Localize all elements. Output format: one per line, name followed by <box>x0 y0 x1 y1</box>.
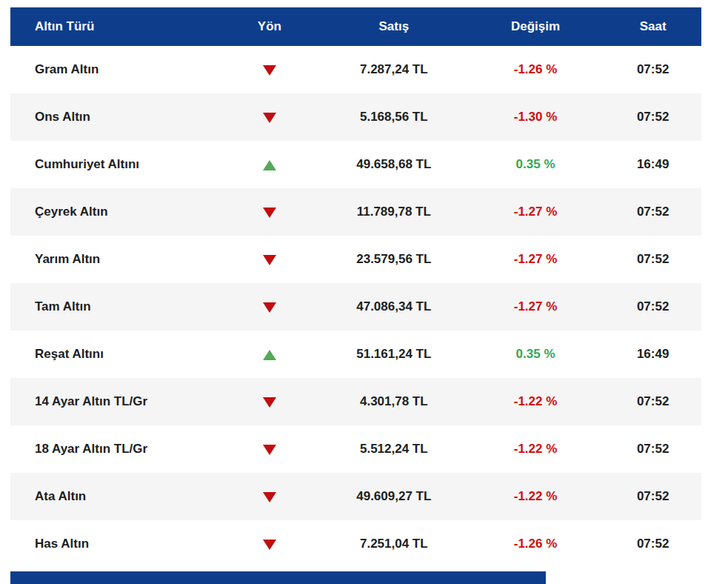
column-header-price: Satış <box>321 19 467 34</box>
down-triangle-icon <box>263 540 276 550</box>
change-cell: -1.22 % <box>467 489 605 504</box>
time-cell: 07:52 <box>604 252 701 267</box>
gold-type-cell: Has Altın <box>10 537 218 551</box>
price-cell: 7.251,04 TL <box>321 537 467 551</box>
change-cell: -1.27 % <box>467 299 605 314</box>
gold-type-cell: Yarım Altın <box>10 252 218 267</box>
down-triangle-icon <box>263 113 276 123</box>
direction-cell <box>218 442 321 457</box>
table-row: Yarım Altın 23.579,56 TL -1.27 % 07:52 <box>10 236 701 283</box>
price-cell: 49.658,68 TL <box>321 157 467 172</box>
gold-prices-table: Altın Türü Yön Satış Değişim Saat Gram A… <box>10 7 701 568</box>
direction-cell <box>218 394 321 409</box>
price-cell: 11.789,78 TL <box>321 205 467 219</box>
table-row: Has Altın 7.251,04 TL -1.26 % 07:52 <box>10 520 701 568</box>
down-triangle-icon <box>263 302 276 313</box>
direction-cell <box>218 299 321 314</box>
direction-cell <box>218 157 321 172</box>
price-cell: 47.086,34 TL <box>321 299 467 314</box>
time-cell: 07:52 <box>604 299 701 314</box>
table-row: Çeyrek Altın 11.789,78 TL -1.27 % 07:52 <box>10 188 701 236</box>
price-cell: 51.161,24 TL <box>321 347 467 362</box>
direction-cell <box>218 537 321 551</box>
direction-cell <box>218 489 321 504</box>
time-cell: 07:52 <box>604 394 701 409</box>
gold-type-cell: Çeyrek Altın <box>10 205 218 219</box>
time-cell: 07:52 <box>604 205 701 219</box>
gold-type-cell: Reşat Altını <box>10 347 218 362</box>
direction-cell <box>218 347 321 362</box>
table-row: Gram Altın 7.287,24 TL -1.26 % 07:52 <box>10 46 701 93</box>
change-cell: -1.27 % <box>467 252 605 267</box>
price-cell: 23.579,56 TL <box>321 252 467 267</box>
time-cell: 07:52 <box>604 442 701 457</box>
price-cell: 49.609,27 TL <box>321 489 467 504</box>
direction-cell <box>218 110 321 125</box>
down-triangle-icon <box>263 208 276 218</box>
time-cell: 07:52 <box>604 110 701 125</box>
table-row: Tam Altın 47.086,34 TL -1.27 % 07:52 <box>10 283 701 331</box>
change-cell: -1.26 % <box>467 537 605 551</box>
table-row: 18 Ayar Altın TL/Gr 5.512,24 TL -1.22 % … <box>10 425 701 473</box>
gold-type-cell: 18 Ayar Altın TL/Gr <box>10 442 218 457</box>
change-cell: -1.22 % <box>467 394 605 409</box>
change-cell: 0.35 % <box>467 157 605 172</box>
down-triangle-icon <box>263 445 276 455</box>
table-row: Reşat Altını 51.161,24 TL 0.35 % 16:49 <box>10 331 701 378</box>
time-cell: 16:49 <box>604 157 701 172</box>
change-cell: -1.30 % <box>467 110 605 125</box>
gold-type-cell: 14 Ayar Altın TL/Gr <box>10 394 218 409</box>
time-cell: 07:52 <box>604 489 701 504</box>
price-cell: 5.168,56 TL <box>321 110 467 125</box>
time-cell: 07:52 <box>604 62 701 77</box>
column-header-type: Altın Türü <box>10 19 218 34</box>
gold-type-cell: Cumhuriyet Altını <box>10 157 218 172</box>
price-cell: 5.512,24 TL <box>321 442 467 457</box>
down-triangle-icon <box>263 65 276 76</box>
down-triangle-icon <box>263 397 276 408</box>
gold-type-cell: Ons Altın <box>10 110 218 125</box>
table-horizontal-scrollbar[interactable] <box>10 571 546 584</box>
gold-type-cell: Tam Altın <box>10 299 218 314</box>
change-cell: 0.35 % <box>467 347 605 362</box>
column-header-change: Değişim <box>467 19 605 34</box>
down-triangle-icon <box>263 255 276 265</box>
table-header-row: Altın Türü Yön Satış Değişim Saat <box>10 7 701 46</box>
column-header-direction: Yön <box>218 19 321 34</box>
change-cell: -1.27 % <box>467 205 605 219</box>
column-header-time: Saat <box>604 19 701 34</box>
table-row: Ons Altın 5.168,56 TL -1.30 % 07:52 <box>10 93 701 141</box>
price-cell: 7.287,24 TL <box>321 62 467 77</box>
price-cell: 4.301,78 TL <box>321 394 467 409</box>
time-cell: 16:49 <box>604 347 701 362</box>
table-row: 14 Ayar Altın TL/Gr 4.301,78 TL -1.22 % … <box>10 378 701 425</box>
time-cell: 07:52 <box>604 537 701 551</box>
change-cell: -1.22 % <box>467 442 605 457</box>
table-row: Ata Altın 49.609,27 TL -1.22 % 07:52 <box>10 473 701 520</box>
direction-cell <box>218 252 321 267</box>
down-triangle-icon <box>263 492 276 502</box>
table-row: Cumhuriyet Altını 49.658,68 TL 0.35 % 16… <box>10 141 701 188</box>
up-triangle-icon <box>263 160 276 170</box>
change-cell: -1.26 % <box>467 62 605 77</box>
gold-type-cell: Gram Altın <box>10 62 218 77</box>
up-triangle-icon <box>263 350 276 360</box>
gold-type-cell: Ata Altın <box>10 489 218 504</box>
direction-cell <box>218 62 321 77</box>
direction-cell <box>218 205 321 219</box>
